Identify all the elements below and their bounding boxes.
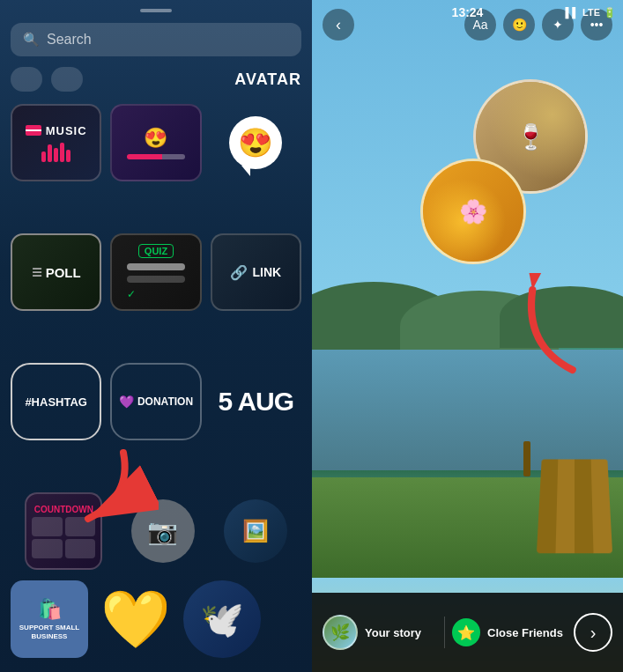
music-bar-3 [54, 148, 58, 162]
send-icon: › [590, 623, 597, 643]
close-friends-icon: ⭐ [452, 618, 480, 646]
quiz-bar-1 [127, 263, 186, 270]
quiz-bar-2 [127, 276, 186, 283]
dove-icon: 🕊️ [200, 599, 244, 640]
avatar-label[interactable]: AVATAR [234, 70, 301, 89]
battery-icon: 🔋 [604, 7, 616, 18]
ukraine-heart-icon: 💛 [100, 591, 171, 647]
your-story-option[interactable]: 🌿 Your story [323, 615, 437, 650]
bubble-emoji: 😍 [238, 126, 273, 159]
search-bar[interactable]: 🔍 [11, 23, 301, 56]
sticker-gallery[interactable]: 🖼️ [224, 499, 287, 563]
countdown-cell-1 [32, 517, 63, 536]
countdown-cell-4 [65, 539, 96, 558]
status-time: 13:24 [452, 5, 484, 19]
sticker-donation[interactable]: 💜 DONATION [110, 363, 201, 440]
heart-icon: 💜 [119, 395, 134, 409]
date-text: 5 AUG [219, 388, 294, 415]
slider-track[interactable] [127, 154, 186, 159]
search-icon: 🔍 [23, 32, 40, 48]
drag-handle[interactable] [140, 9, 172, 12]
sticker-quiz[interactable]: QUIZ ✓ [110, 233, 201, 311]
sticker-emoji-slider[interactable]: 😍 [110, 104, 201, 181]
hashtag-label: #HASHTAG [25, 395, 87, 409]
music-label: MUSIC [46, 124, 87, 137]
countdown-cell-3 [32, 539, 63, 558]
your-story-label: Your story [365, 626, 421, 639]
sticker-camera[interactable]: 📷 [131, 499, 195, 563]
small-biz-label: SUPPORT SMALL BUSINESS [16, 624, 83, 640]
stickers-grid: MUSIC 😍 😍 ☰ POLL [0, 100, 312, 487]
hill-3 [500, 286, 623, 348]
bottom-bar: 🌿 Your story ⭐ Close Friends › [312, 593, 623, 672]
tab-pill-2[interactable] [51, 67, 83, 92]
photo-circle-flowers: 🌸 [420, 159, 526, 264]
sticker-countdown[interactable]: COUNTDOWN [25, 492, 102, 570]
quiz-label: QUIZ [138, 244, 174, 258]
sticker-hashtag[interactable]: #HASHTAG [11, 363, 101, 440]
dock-planks [537, 459, 612, 553]
countdown-grid [32, 517, 95, 558]
bag-icon: 🛍️ [38, 598, 62, 621]
countdown-label: COUNTDOWN [34, 505, 93, 514]
status-bar: 13:24 ▌▌ LTE 🔋 [312, 0, 623, 25]
photo-circle-flowers-inner: 🌸 [423, 161, 523, 262]
search-input[interactable] [47, 32, 289, 48]
link-icon: 🔗 [230, 264, 248, 281]
music-bar-4 [60, 143, 64, 162]
left-panel: 🔍 AVATAR MUSIC [0, 0, 312, 672]
right-panel: 🍷 🌸 13:24 ▌▌ LTE 🔋 ‹ [312, 0, 623, 672]
donation-label: 💜 DONATION [119, 395, 193, 409]
link-label: 🔗 LINK [230, 264, 281, 281]
close-friends-label: Close Friends [487, 626, 563, 639]
quiz-check: ✓ [127, 288, 136, 300]
send-button[interactable]: › [574, 613, 612, 652]
your-story-avatar: 🌿 [323, 615, 358, 650]
music-bar-2 [48, 144, 52, 162]
avatar-row: AVATAR [0, 67, 312, 100]
vertical-divider [444, 617, 445, 648]
sticker-small-business[interactable]: 🛍️ SUPPORT SMALL BUSINESS [11, 580, 88, 658]
sticker-ukraine-heart[interactable]: 💛 [97, 580, 174, 658]
gallery-icon: 🖼️ [242, 519, 269, 543]
music-bar-1 [41, 151, 46, 162]
star-icon: ⭐ [457, 624, 475, 641]
tab-pill-1[interactable] [11, 67, 42, 92]
sticker-emoji-bubble[interactable]: 😍 [211, 104, 301, 181]
bottom-stickers: 🛍️ SUPPORT SMALL BUSINESS 💛 🕊️ [0, 575, 312, 672]
dock [530, 437, 610, 551]
music-bar-5 [66, 150, 70, 162]
dock-post [523, 441, 530, 476]
close-friends-option[interactable]: ⭐ Close Friends [452, 618, 567, 646]
status-right: ▌▌ LTE 🔋 [565, 7, 616, 18]
lte-label: LTE [582, 7, 600, 18]
signal-icon: ▌▌ [565, 7, 579, 18]
sticker-date[interactable]: 5 AUG [211, 363, 301, 440]
emoji-bubble: 😍 [229, 116, 282, 169]
countdown-cell-2 [65, 517, 96, 536]
story-background [312, 0, 623, 672]
sticker-poll[interactable]: ☰ POLL [11, 233, 101, 311]
sticker-link[interactable]: 🔗 LINK [211, 233, 301, 311]
sticker-music[interactable]: MUSIC [11, 104, 101, 181]
camera-icon: 📷 [147, 517, 178, 546]
sticker-dove[interactable]: 🕊️ [183, 580, 261, 658]
avatar-icon: 🌿 [330, 623, 350, 642]
poll-icon: ☰ [32, 266, 42, 279]
poll-label: ☰ POLL [32, 265, 81, 280]
slider-emoji: 😍 [144, 127, 167, 150]
music-bars [41, 141, 70, 162]
